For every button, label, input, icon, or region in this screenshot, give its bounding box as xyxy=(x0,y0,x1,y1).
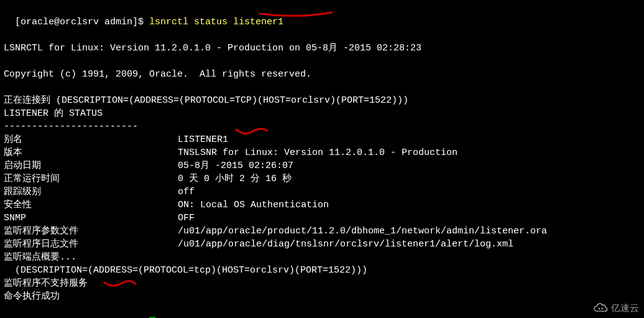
trace-value: off xyxy=(178,187,195,197)
success-line: 命令执行成功 xyxy=(4,290,640,303)
annotation-underline-listener1 xyxy=(259,9,333,20)
listener-status-header: LISTENER 的 STATUS xyxy=(4,107,640,120)
version-label: 版本 xyxy=(4,146,178,159)
copyright-line: Copyright (c) 1991, 2009, Oracle. All ri… xyxy=(4,68,640,81)
lsnrctl-version: LSNRCTL for Linux: Version 11.2.0.1.0 - … xyxy=(4,42,640,55)
security-row: 安全性ON: Local OS Authentication xyxy=(4,199,640,212)
blank-line xyxy=(4,29,640,42)
version-row: 版本TNSLSNR for Linux: Version 11.2.0.1.0 … xyxy=(4,146,640,159)
uptime-row: 正常运行时间0 天 0 小时 2 分 16 秒 xyxy=(4,172,640,185)
alias-label: 别名 xyxy=(4,133,178,146)
version-value: TNSLSNR for Linux: Version 11.2.0.1.0 - … xyxy=(178,147,458,158)
no-services-line: 监听程序不支持服务 xyxy=(4,277,640,290)
paramfile-label: 监听程序参数文件 xyxy=(4,225,178,238)
snmp-label: SNMP xyxy=(4,212,178,225)
paramfile-value: /u01/app/oracle/product/11.2.0/dbhome_1/… xyxy=(178,226,547,236)
prompt-line-2[interactable]: [oracle@orclsrv admin]$ xyxy=(4,303,640,318)
startdate-value: 05-8月 -2015 02:26:07 xyxy=(178,161,293,171)
endpoint-description: (DESCRIPTION=(ADDRESS=(PROTOCOL=tcp)(HOS… xyxy=(4,264,640,277)
snmp-row: SNMPOFF xyxy=(4,212,640,225)
logfile-value: /u01/app/oracle/diag/tnslsnr/orclsrv/lis… xyxy=(178,239,513,250)
uptime-value: 0 天 0 小时 2 分 16 秒 xyxy=(178,174,292,184)
annotation-swoosh-no-services xyxy=(102,279,137,290)
svg-point-0 xyxy=(599,307,600,309)
logfile-label: 监听程序日志文件 xyxy=(4,238,178,251)
shell-prompt-1: [oracle@orclsrv admin]$ xyxy=(15,17,149,27)
snmp-value: OFF xyxy=(178,213,195,223)
cloud-icon xyxy=(592,302,609,314)
security-label: 安全性 xyxy=(4,199,178,212)
endpoints-header: 监听端点概要... xyxy=(4,251,640,264)
separator-line: ------------------------ xyxy=(4,120,640,133)
startdate-label: 启动日期 xyxy=(4,159,178,172)
alias-row: 别名LISTENER1 xyxy=(4,133,640,146)
trace-label: 跟踪级别 xyxy=(4,185,178,199)
blank-line xyxy=(4,81,640,94)
security-value: ON: Local OS Authentication xyxy=(178,200,329,210)
connecting-line: 正在连接到 (DESCRIPTION=(ADDRESS=(PROTOCOL=TC… xyxy=(4,94,640,107)
uptime-label: 正常运行时间 xyxy=(4,172,178,185)
watermark-text: 亿速云 xyxy=(611,301,639,314)
trace-row: 跟踪级别off xyxy=(4,185,640,199)
paramfile-row: 监听程序参数文件/u01/app/oracle/product/11.2.0/d… xyxy=(4,225,640,238)
svg-point-1 xyxy=(602,307,604,309)
blank-line xyxy=(4,55,640,68)
watermark: 亿速云 xyxy=(592,301,639,314)
annotation-swoosh-listener1-value xyxy=(234,127,269,138)
alias-value: LISTENER1 xyxy=(178,134,228,145)
startdate-row: 启动日期05-8月 -2015 02:26:07 xyxy=(4,159,640,172)
logfile-row: 监听程序日志文件/u01/app/oracle/diag/tnslsnr/orc… xyxy=(4,238,640,251)
